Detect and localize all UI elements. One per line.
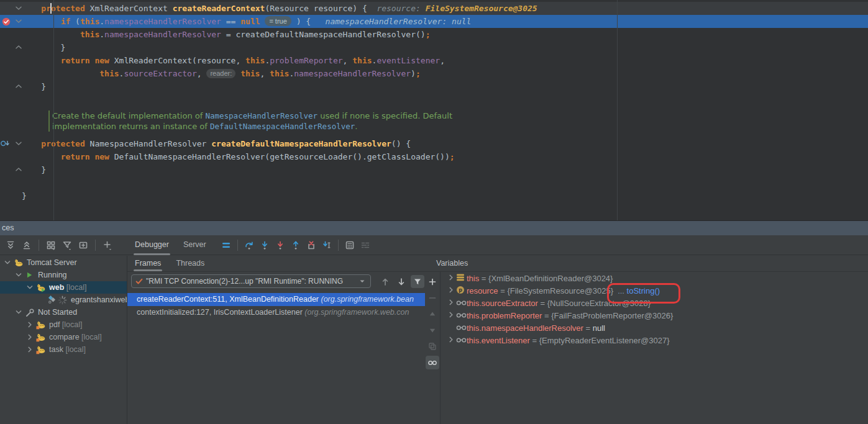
equals-sign: =	[530, 336, 539, 345]
variable-row[interactable]: this.eventListener = {EmptyReaderEventLi…	[441, 335, 868, 347]
variable-name: resource	[467, 286, 498, 295]
variable-row[interactable]: this = {XmlBeanDefinitionReader@3024}	[441, 273, 868, 285]
layout-settings-button[interactable]	[358, 238, 373, 253]
tree-item-label: Running	[38, 269, 67, 281]
code-line[interactable]: return new DefaultNamespaceHandlerResolv…	[0, 150, 868, 163]
thread-dropdown[interactable]: "RMI TCP Connection(2)-12...up "RMI Runt…	[131, 274, 371, 288]
chevron-down-icon[interactable]	[25, 282, 35, 292]
code-segment	[260, 17, 265, 26]
tree-item-suffix: [local]	[63, 345, 86, 354]
play-icon	[25, 271, 34, 279]
services-toolwindow-header[interactable]: ces	[0, 221, 868, 235]
variable-row[interactable]: this.namespaceHandlerResolver = null	[441, 322, 868, 335]
evaluate-button[interactable]	[342, 238, 357, 253]
filter-button[interactable]	[60, 238, 75, 253]
step-over-button[interactable]	[242, 238, 257, 253]
stack-frame-row[interactable]: createReaderContext:511, XmlBeanDefiniti…	[127, 293, 425, 306]
chevron-down-icon[interactable]	[2, 258, 12, 268]
equals-sign: =	[583, 323, 593, 333]
force-step-into-button[interactable]	[273, 238, 288, 253]
code-segment: protected	[41, 4, 89, 13]
show-watches-button[interactable]	[426, 356, 439, 369]
chevron-right-icon[interactable]	[446, 285, 456, 299]
hide-library-frames-button[interactable]	[411, 275, 424, 288]
services-tree[interactable]: Tomcat ServerRunningweb [local]egrantsha…	[0, 256, 127, 424]
fold-close-icon[interactable]	[14, 81, 24, 91]
text-caret	[50, 3, 52, 14]
chevron-right-icon[interactable]	[446, 273, 456, 286]
step-out-button[interactable]	[288, 238, 303, 253]
code-line[interactable]: protected NamespaceHandlerResolver creat…	[0, 137, 868, 150]
tree-item-web[interactable]: web [local]	[0, 281, 127, 294]
fold-open-icon[interactable]	[14, 138, 24, 148]
show-execution-point-button[interactable]	[219, 238, 234, 253]
tree-item-pdf[interactable]: pdf [local]	[0, 318, 127, 331]
tree-item-compare[interactable]: compare [local]	[0, 331, 127, 343]
fold-close-icon[interactable]	[14, 42, 24, 52]
tree-item-egrantshanxiweb[interactable]: egrantshanxiweb	[0, 294, 127, 306]
code-segment: createDefaultNamespaceHandlerResolver()	[235, 30, 425, 39]
chevron-right-icon[interactable]	[446, 297, 456, 311]
chevron-right-icon[interactable]	[25, 332, 35, 342]
fold-open-icon[interactable]	[14, 3, 24, 13]
run-to-cursor-button[interactable]	[319, 238, 334, 253]
code-line[interactable]: }	[0, 41, 868, 54]
fold-close-icon[interactable]	[14, 165, 24, 174]
code-line[interactable]: if (this.namespaceHandlerResolver == nul…	[0, 15, 868, 28]
code-line[interactable]: protected XmlReaderContext createReaderC…	[0, 2, 868, 15]
chevron-right-icon[interactable]	[446, 335, 456, 348]
chevron-down-icon[interactable]	[14, 307, 24, 317]
code-segment: .	[355, 122, 357, 131]
add-watch-button[interactable]	[426, 275, 439, 289]
tree-item-tomcat-server[interactable]: Tomcat Server	[0, 256, 127, 269]
breakpoint-icon[interactable]	[2, 17, 11, 25]
code-line[interactable]: this.namespaceHandlerResolver = createDe…	[0, 28, 868, 41]
tab-server[interactable]: Server	[176, 235, 213, 255]
code-segment: }	[22, 82, 46, 91]
drop-frame-button[interactable]	[304, 238, 319, 253]
services-toolbar	[0, 238, 124, 253]
tree-item-running[interactable]: Running	[0, 269, 127, 281]
debugger-toolbar: Debugger Server	[124, 235, 373, 255]
next-frame-button[interactable]	[395, 275, 408, 288]
variable-row[interactable]: this.problemReporter = {FailFastProblemR…	[441, 310, 868, 322]
code-line[interactable]: }	[0, 163, 868, 176]
fold-open-icon[interactable]	[14, 16, 24, 26]
previous-frame-button[interactable]	[378, 275, 392, 288]
group-by-button[interactable]	[43, 238, 58, 253]
code-segment: NamespaceHandlerResolver	[205, 111, 318, 120]
remove-watch-button[interactable]	[426, 291, 439, 305]
stack-frame-row[interactable]: contextInitialized:127, IrisContextLoade…	[127, 306, 425, 319]
collapse-all-button[interactable]	[19, 238, 34, 253]
override-marker-icon[interactable]	[0, 138, 10, 148]
tostring-link[interactable]: toString()	[624, 286, 660, 295]
code-editor[interactable]: protected XmlReaderContext createReaderC…	[0, 0, 868, 221]
move-up-button[interactable]	[426, 307, 439, 321]
chevron-down-icon[interactable]	[14, 270, 24, 280]
tab-threads[interactable]: Threads	[168, 256, 212, 271]
code-line[interactable]: }	[0, 80, 868, 93]
tree-item-suffix: [local]	[60, 320, 82, 329]
new-frame-button[interactable]	[76, 238, 91, 253]
duplicate-button[interactable]	[426, 340, 439, 353]
expand-all-button[interactable]	[3, 238, 18, 253]
variable-row[interactable]: presource = {FileSystemResource@3025}...…	[441, 285, 868, 297]
code-line[interactable]: }	[0, 189, 868, 202]
ide-window: protected XmlReaderContext createReaderC…	[0, 0, 868, 424]
variable-row[interactable]: this.sourceExtractor = {NullSourceExtrac…	[441, 297, 868, 310]
tree-item-not-started[interactable]: Not Started	[0, 306, 127, 318]
tree-item-task[interactable]: task [local]	[0, 343, 127, 356]
code-line[interactable]: return new XmlReaderContext(resource, th…	[0, 54, 868, 67]
move-down-button[interactable]	[426, 323, 439, 337]
code-line[interactable]: this.sourceExtractor, reader: this, this…	[0, 67, 868, 80]
variable-value: {EmptyReaderEventListener@3027}	[539, 336, 670, 345]
chevron-right-icon[interactable]	[446, 310, 456, 323]
tab-debugger[interactable]: Debugger	[128, 235, 176, 255]
code-segment: if	[61, 17, 75, 26]
step-into-button[interactable]	[257, 238, 272, 253]
tab-frames[interactable]: Frames	[127, 256, 168, 271]
add-button[interactable]	[100, 238, 115, 253]
chevron-right-icon[interactable]	[25, 320, 35, 330]
frame-method: contextInitialized:127, IrisContextLoade…	[137, 308, 304, 317]
chevron-right-icon[interactable]	[25, 345, 35, 354]
